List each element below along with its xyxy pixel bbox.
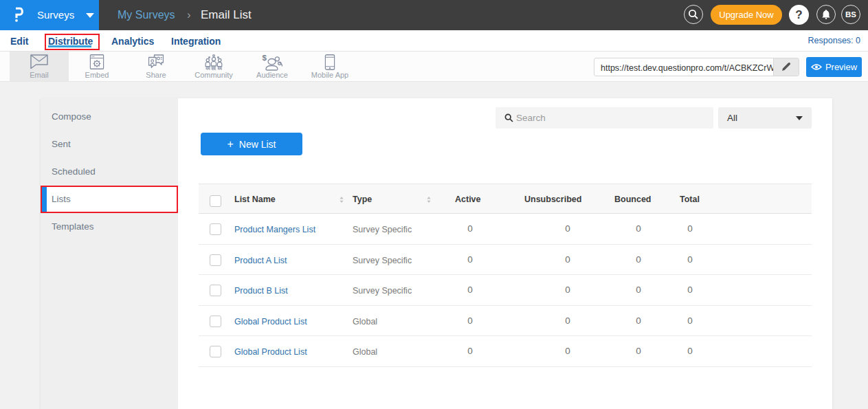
- svg-text:$: $: [263, 54, 267, 62]
